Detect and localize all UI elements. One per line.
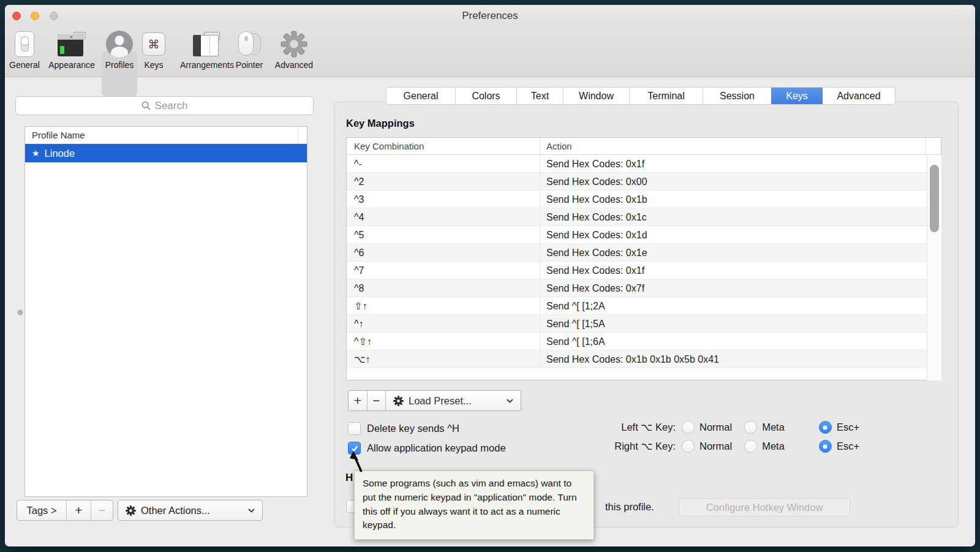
table-row[interactable]: ⌥↑Send Hex Codes: 0x1b 0x1b 0x5b 0x41 — [347, 350, 927, 368]
tab-keys[interactable]: Keys — [771, 88, 823, 104]
radio-label: Normal — [699, 422, 732, 433]
radio-esc-selected[interactable] — [819, 421, 832, 434]
remove-mapping-button[interactable]: − — [367, 391, 385, 410]
radio-meta[interactable] — [744, 421, 757, 434]
key-cell: ⇧↑ — [347, 297, 540, 314]
table-row[interactable]: ^5Send Hex Codes: 0x1d — [347, 226, 927, 244]
remove-profile-button[interactable]: − — [91, 501, 113, 520]
radio-label: Meta — [762, 440, 785, 452]
load-preset-dropdown[interactable]: Load Preset... — [385, 391, 521, 410]
left-option-key-row: Left ⌥ Key: Normal Meta Esc+ — [607, 421, 859, 434]
tab-text[interactable]: Text — [516, 88, 563, 104]
key-mapping-controls: + − Load Preset... — [348, 390, 521, 411]
key-cell: ^6 — [347, 244, 540, 261]
action-cell: Send Hex Codes: 0x1b — [540, 191, 927, 208]
tab-window[interactable]: Window — [563, 88, 629, 104]
key-mappings-table: Key Combination Action ^-Send Hex Codes:… — [346, 137, 941, 380]
add-profile-button[interactable]: + — [66, 501, 91, 520]
key-cell: ^5 — [347, 226, 540, 243]
zoom-button[interactable] — [50, 12, 58, 20]
key-cell: ^4 — [347, 208, 540, 225]
table-row[interactable]: ⇧↑Send ^[ [1;2A — [347, 297, 927, 315]
tags-button[interactable]: Tags > — [17, 501, 66, 520]
terminal-window-icon: ✕ — [58, 32, 86, 56]
profile-name: Linode — [45, 148, 75, 159]
profile-tabbar: General Colors Text Window Terminal Sess… — [386, 87, 895, 105]
close-button[interactable] — [12, 12, 21, 20]
tab-session[interactable]: Session — [703, 88, 771, 104]
star-icon: ★ — [32, 148, 40, 158]
radio-normal[interactable] — [682, 440, 695, 453]
tab-advanced[interactable]: Advanced — [823, 88, 895, 104]
command-key-icon: ⌘ — [142, 32, 165, 56]
key-cell: ^8 — [347, 279, 540, 297]
radio-normal[interactable] — [682, 421, 695, 434]
action-cell: Send Hex Codes: 0x1c — [540, 208, 927, 225]
radio-label: Esc+ — [837, 440, 859, 452]
scrollbar-column-header — [926, 138, 941, 154]
key-cell: ^- — [347, 155, 540, 172]
scrollbar-thumb[interactable] — [930, 165, 939, 232]
tab-colors[interactable]: Colors — [455, 88, 516, 104]
table-row[interactable]: ^-Send Hex Codes: 0x1f — [347, 155, 927, 173]
load-preset-label: Load Preset... — [409, 395, 472, 407]
table-row[interactable]: ^8Send Hex Codes: 0x7f — [347, 279, 927, 297]
table-row[interactable]: ^2Send Hex Codes: 0x00 — [347, 173, 927, 191]
table-row[interactable]: ^3Send Hex Codes: 0x1b — [347, 191, 927, 208]
right-option-key-label: Right ⌥ Key: — [599, 440, 676, 452]
table-row[interactable]: ^6Send Hex Codes: 0x1e — [347, 244, 927, 262]
profile-list-header[interactable]: Profile Name — [25, 127, 307, 144]
pane-resize-handle[interactable] — [17, 309, 23, 316]
minimize-button[interactable] — [31, 12, 39, 20]
left-option-key-label: Left ⌥ Key: — [607, 422, 676, 433]
radio-label: Meta — [762, 422, 785, 433]
mouse-cursor-icon — [349, 451, 365, 474]
search-input[interactable]: Search — [15, 96, 314, 115]
hotkey-profile-text: this profile. — [605, 501, 654, 513]
delete-key-checkbox-row[interactable]: Delete key sends ^H — [348, 422, 459, 435]
table-row[interactable]: ^7Send Hex Codes: 0x1f — [347, 262, 927, 279]
gear-icon — [281, 31, 307, 58]
key-cell: ⌥↑ — [347, 350, 540, 368]
key-combination-column-header[interactable]: Key Combination — [347, 138, 540, 154]
table-scrollbar[interactable] — [927, 155, 941, 380]
radio-esc-selected[interactable] — [819, 440, 832, 453]
configure-hotkey-window-button[interactable]: Configure Hotkey Window — [679, 498, 850, 516]
tab-general[interactable]: General — [386, 88, 455, 104]
other-actions-dropdown[interactable]: Other Actions... — [118, 500, 263, 521]
search-placeholder: Search — [155, 100, 188, 112]
add-mapping-button[interactable]: + — [349, 391, 367, 410]
profile-actions-group: Tags > + − — [17, 500, 113, 521]
table-row[interactable]: ^⇧↑Send ^[ [1;6A — [347, 333, 927, 350]
window-title: Preferences — [5, 5, 975, 27]
checkbox-label: Allow application keypad mode — [367, 442, 506, 454]
toggle-switch-icon — [15, 31, 34, 57]
key-cell: ^3 — [347, 191, 540, 208]
action-cell: Send Hex Codes: 0x1f — [540, 262, 927, 279]
action-cell: Send Hex Codes: 0x7f — [540, 279, 927, 297]
table-header: Key Combination Action — [347, 138, 941, 155]
action-cell: Send ^[ [1;6A — [540, 333, 927, 350]
gear-icon — [393, 396, 404, 406]
action-column-header[interactable]: Action — [540, 138, 926, 154]
profile-row-linode[interactable]: ★ Linode — [25, 144, 307, 162]
titlebar: Preferences — [5, 5, 975, 27]
key-cell: ^⇧↑ — [347, 333, 540, 350]
checkbox-unchecked[interactable] — [348, 422, 361, 435]
profile-name-column-header: Profile Name — [25, 130, 85, 140]
table-row[interactable]: ^↑Send ^[ [1;5A — [347, 315, 927, 333]
action-cell: Send Hex Codes: 0x1b 0x1b 0x5b 0x41 — [540, 350, 927, 368]
toolbar-item-advanced[interactable]: Advanced — [257, 29, 331, 70]
key-mappings-title: Key Mappings — [346, 118, 415, 129]
key-cell: ^2 — [347, 173, 540, 190]
table-row[interactable]: ^4Send Hex Codes: 0x1c — [347, 208, 927, 226]
other-actions-label: Other Actions... — [141, 505, 210, 516]
preferences-window: Preferences General ✕ Appearance Profile… — [5, 5, 975, 546]
keypad-mode-checkbox-row[interactable]: Allow application keypad mode — [348, 442, 506, 455]
column-divider — [298, 127, 298, 143]
chevron-down-icon — [507, 399, 513, 403]
tab-terminal[interactable]: Terminal — [629, 88, 703, 104]
key-cell: ^7 — [347, 262, 540, 279]
radio-meta[interactable] — [744, 440, 757, 453]
action-cell: Send Hex Codes: 0x1d — [540, 226, 927, 243]
